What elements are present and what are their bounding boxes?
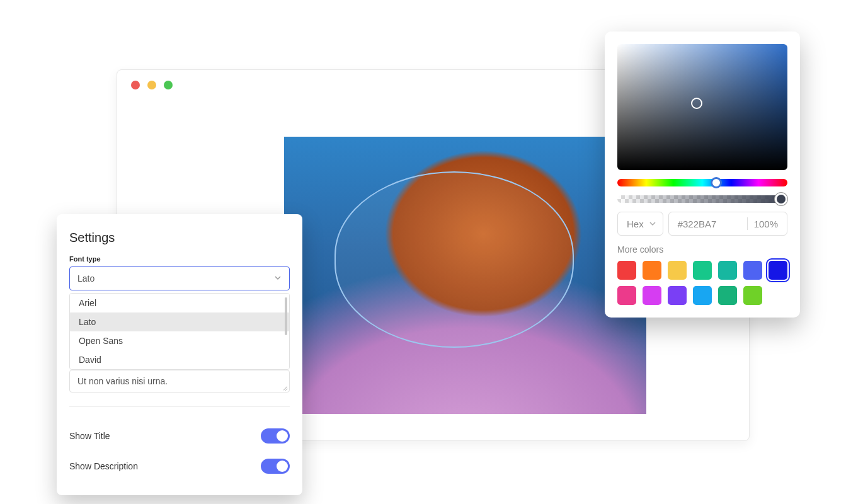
swatch-indigo[interactable]	[743, 261, 762, 280]
font-option-lato[interactable]: Lato	[70, 312, 289, 331]
swatch-lime[interactable]	[743, 286, 762, 305]
font-option-ariel[interactable]: Ariel	[70, 294, 289, 312]
chevron-down-icon	[649, 219, 656, 229]
settings-title: Settings	[69, 231, 290, 245]
hex-value: #322BA7	[678, 219, 741, 229]
font-type-label: Font type	[69, 255, 290, 263]
dropdown-scrollbar[interactable]	[285, 297, 287, 335]
font-type-select[interactable]: Lato	[69, 266, 290, 290]
window-close-icon[interactable]	[131, 81, 140, 89]
chevron-down-icon	[274, 273, 282, 284]
swatch-grid	[617, 261, 787, 305]
alpha-thumb[interactable]	[775, 193, 787, 205]
swatch-violet[interactable]	[668, 286, 687, 305]
swatch-blue[interactable]	[769, 261, 787, 280]
show-title-row: Show Title	[69, 421, 290, 451]
sample-text-value: Ut non varius nisi urna.	[77, 376, 168, 386]
toggle-knob	[277, 430, 288, 442]
resize-handle-icon[interactable]	[282, 384, 288, 391]
divider	[69, 406, 290, 407]
toggle-knob	[277, 461, 288, 472]
swatch-emerald[interactable]	[718, 286, 737, 305]
swatch-skyblue[interactable]	[693, 286, 712, 305]
color-picker-panel: Hex #322BA7 100% More colors	[605, 32, 800, 318]
window-zoom-icon[interactable]	[164, 81, 173, 89]
font-option-david[interactable]: David	[70, 350, 289, 369]
font-type-value: Lato	[77, 273, 94, 284]
swatch-orange[interactable]	[643, 261, 661, 280]
hue-slider[interactable]	[617, 179, 787, 186]
alpha-slider[interactable]	[617, 195, 787, 203]
swatch-red[interactable]	[617, 261, 636, 280]
opacity-value: 100%	[754, 219, 778, 229]
font-type-dropdown: Ariel Lato Open Sans David	[69, 293, 290, 370]
gradient-cursor-icon[interactable]	[691, 98, 702, 109]
window-minimize-icon[interactable]	[147, 81, 156, 89]
focus-oval-selection[interactable]	[334, 171, 574, 348]
swatch-teal[interactable]	[718, 261, 737, 280]
settings-panel: Settings Font type Lato Ariel Lato Open …	[57, 214, 302, 495]
swatch-pink[interactable]	[617, 286, 636, 305]
canvas-image[interactable]	[284, 137, 646, 414]
color-gradient-area[interactable]	[617, 44, 787, 170]
swatch-magenta[interactable]	[643, 286, 661, 305]
show-description-label: Show Description	[69, 461, 138, 471]
swatch-green[interactable]	[693, 261, 712, 280]
color-format-value: Hex	[627, 219, 644, 229]
more-colors-label: More colors	[617, 244, 787, 255]
sample-text-input[interactable]: Ut non varius nisi urna.	[69, 370, 290, 392]
font-option-open-sans[interactable]: Open Sans	[70, 331, 289, 350]
show-title-toggle[interactable]	[261, 428, 290, 444]
show-description-toggle[interactable]	[261, 459, 290, 474]
hue-thumb[interactable]	[711, 177, 722, 188]
separator	[747, 217, 748, 230]
swatch-yellow[interactable]	[668, 261, 687, 280]
hex-input[interactable]: #322BA7 100%	[668, 212, 787, 236]
show-description-row: Show Description	[69, 451, 290, 481]
show-title-label: Show Title	[69, 431, 110, 441]
color-format-select[interactable]: Hex	[617, 212, 663, 236]
